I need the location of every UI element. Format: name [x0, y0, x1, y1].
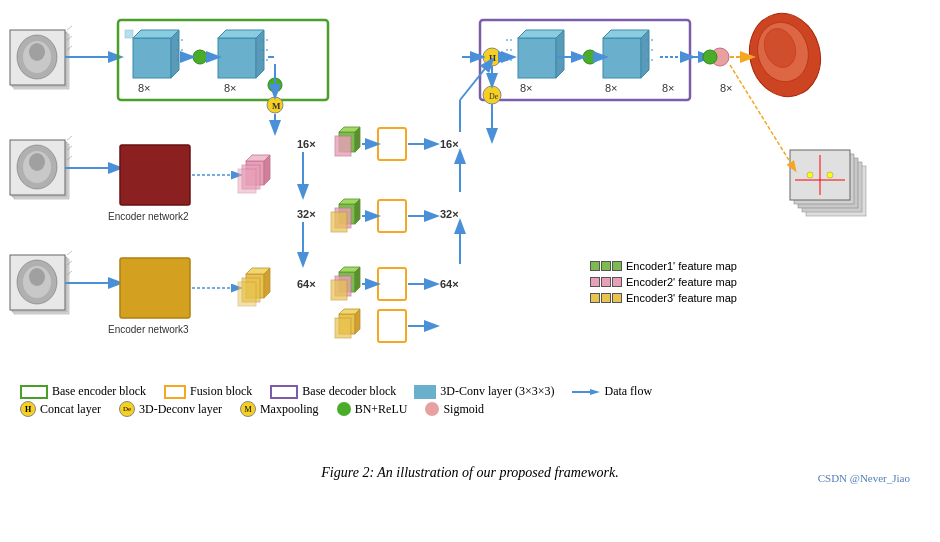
svg-point-158	[827, 172, 833, 178]
fusion-block-icon	[164, 385, 186, 399]
base-encoder-label: Base encoder block	[52, 384, 146, 399]
feat-pink-icon	[590, 277, 622, 287]
svg-text:64×: 64×	[440, 278, 459, 290]
base-encoder-icon	[20, 385, 48, 399]
sigmoid-icon	[425, 402, 439, 416]
bn-relu-label: BN+ReLU	[355, 402, 408, 417]
svg-marker-120	[556, 30, 564, 78]
svg-text:32×: 32×	[440, 208, 459, 220]
legend-base-encoder: Base encoder block	[20, 384, 146, 399]
legend-maxpool: M Maxpooling	[240, 401, 319, 417]
svg-rect-70	[238, 282, 256, 306]
svg-marker-33	[171, 30, 179, 78]
feat-pink-label: Encoder2' feature map	[626, 276, 737, 288]
svg-rect-89	[331, 280, 347, 300]
legend-data-flow: Data flow	[572, 384, 652, 399]
deconv-label: 3D-Deconv layer	[139, 402, 222, 417]
svg-rect-83	[378, 200, 406, 232]
svg-marker-80	[355, 199, 360, 224]
watermark: CSDN @Never_Jiao	[818, 472, 910, 484]
feat-green-icon	[590, 261, 622, 271]
sigmoid-label: Sigmoid	[443, 402, 484, 417]
feat-green-label: Encoder1' feature map	[626, 260, 737, 272]
3dconv-label: 3D-Conv layer (3×3×3)	[440, 384, 554, 399]
legend-sigmoid: Sigmoid	[425, 402, 484, 417]
figure-caption: Figure 2: An illustration of our propose…	[0, 465, 940, 481]
feature-legend: Encoder1' feature map Encoder2' feature …	[590, 260, 737, 304]
svg-marker-40	[256, 30, 264, 78]
concat-label: Concat layer	[40, 402, 101, 417]
svg-rect-31	[133, 38, 171, 78]
deconv-icon: De	[119, 401, 135, 417]
svg-marker-161	[590, 389, 600, 395]
svg-rect-90	[378, 268, 406, 300]
svg-text:16×: 16×	[440, 138, 459, 150]
svg-rect-76	[378, 128, 406, 160]
diagram-area: 8× 8× ● M Encoder network2	[0, 0, 940, 380]
main-container: 8× 8× ● M Encoder network2	[0, 0, 940, 542]
svg-text:M: M	[272, 101, 281, 111]
svg-rect-124	[603, 38, 641, 78]
data-flow-label: Data flow	[604, 384, 652, 399]
svg-rect-94	[335, 318, 351, 338]
svg-line-15	[67, 136, 72, 140]
svg-rect-95	[378, 310, 406, 342]
svg-text:8×: 8×	[662, 82, 675, 94]
maxpool-label: Maxpooling	[260, 402, 319, 417]
svg-marker-87	[355, 267, 360, 292]
svg-point-14	[29, 153, 45, 171]
svg-text:64×: 64×	[297, 278, 316, 290]
svg-rect-63	[120, 258, 190, 318]
feat-legend-2: Encoder2' feature map	[590, 276, 737, 288]
svg-point-46	[193, 50, 207, 64]
concat-icon: H	[20, 401, 36, 417]
svg-rect-118	[518, 38, 556, 78]
feat-yellow-icon	[590, 293, 622, 303]
svg-text:Encoder network3: Encoder network3	[108, 324, 189, 335]
base-decoder-label: Base decoder block	[302, 384, 396, 399]
svg-text:De: De	[489, 92, 499, 101]
svg-text:8×: 8×	[720, 82, 733, 94]
svg-rect-62	[238, 169, 256, 193]
legend-3dconv: 3D-Conv layer (3×3×3)	[414, 384, 554, 399]
svg-line-24	[67, 251, 72, 255]
legend-row-1: Base encoder block Fusion block Base dec…	[20, 384, 920, 399]
svg-point-132	[583, 50, 597, 64]
legend-concat: H Concat layer	[20, 401, 101, 417]
svg-text:Encoder network2: Encoder network2	[108, 211, 189, 222]
watermark-text: CSDN @Never_Jiao	[818, 472, 910, 484]
svg-point-23	[29, 268, 45, 286]
svg-text:8×: 8×	[224, 82, 237, 94]
svg-marker-126	[641, 30, 649, 78]
bn-relu-icon	[337, 402, 351, 416]
svg-text:32×: 32×	[297, 208, 316, 220]
fusion-block-label: Fusion block	[190, 384, 252, 399]
svg-marker-74	[355, 127, 360, 152]
svg-rect-55	[120, 145, 190, 205]
svg-point-5	[29, 43, 45, 61]
svg-text:8×: 8×	[605, 82, 618, 94]
svg-marker-93	[355, 309, 360, 334]
svg-rect-38	[218, 38, 256, 78]
svg-rect-75	[335, 136, 351, 156]
svg-text:16×: 16×	[297, 138, 316, 150]
svg-text:8×: 8×	[138, 82, 151, 94]
legend: Base encoder block Fusion block Base dec…	[0, 380, 940, 460]
svg-text:8×: 8×	[520, 82, 533, 94]
data-flow-icon	[572, 386, 600, 398]
base-decoder-icon	[270, 385, 298, 399]
svg-line-6	[67, 26, 72, 30]
feat-legend-3: Encoder3' feature map	[590, 292, 737, 304]
svg-rect-82	[331, 212, 347, 232]
3dconv-icon	[414, 385, 436, 399]
legend-base-decoder: Base decoder block	[270, 384, 396, 399]
feat-yellow-label: Encoder3' feature map	[626, 292, 737, 304]
legend-fusion-block: Fusion block	[164, 384, 252, 399]
legend-bn-relu: BN+ReLU	[337, 402, 408, 417]
caption-text: Figure 2: An illustration of our propose…	[321, 465, 618, 480]
legend-deconv: De 3D-Deconv layer	[119, 401, 222, 417]
maxpool-icon: M	[240, 401, 256, 417]
svg-point-157	[807, 172, 813, 178]
svg-point-141	[703, 50, 717, 64]
feat-legend-1: Encoder1' feature map	[590, 260, 737, 272]
